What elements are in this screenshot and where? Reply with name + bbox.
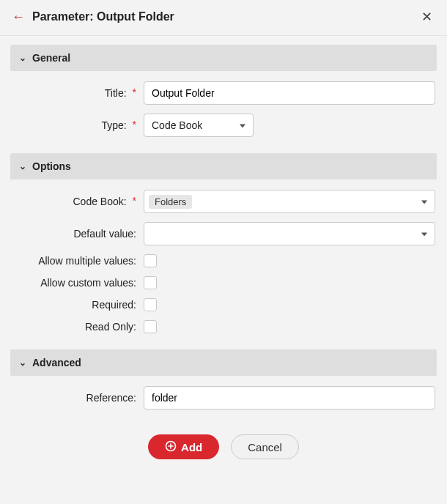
- plus-circle-icon: [165, 440, 177, 454]
- dialog: ← Parameter: Output Folder ✕ ⌄ General T…: [0, 0, 447, 474]
- required-asterisk-icon: *: [133, 86, 136, 98]
- footer: Add Cancel: [10, 426, 437, 459]
- type-value: Code Book: [152, 119, 202, 131]
- control-reference: [144, 386, 435, 410]
- section-title-options: Options: [32, 160, 71, 172]
- close-icon[interactable]: ✕: [418, 9, 435, 25]
- row-reference: Reference:: [12, 386, 435, 410]
- label-codebook-text: Code Book:: [73, 196, 126, 207]
- row-readonly: Read Only:: [12, 320, 435, 333]
- add-button[interactable]: Add: [148, 434, 219, 459]
- control-readonly: [144, 320, 435, 333]
- control-required: [144, 298, 435, 311]
- control-default: [144, 222, 435, 245]
- readonly-checkbox[interactable]: [144, 320, 157, 333]
- required-asterisk-icon: *: [133, 195, 136, 207]
- control-allow-multiple: [144, 254, 435, 267]
- row-default: Default value:: [12, 222, 435, 245]
- label-default: Default value:: [12, 228, 144, 240]
- titlebar: ← Parameter: Output Folder ✕: [0, 0, 447, 36]
- control-codebook: Folders: [144, 190, 435, 213]
- label-readonly: Read Only:: [12, 321, 144, 333]
- content: ⌄ General Title: * Type: *: [0, 36, 447, 474]
- required-asterisk-icon: *: [133, 119, 136, 130]
- default-value-select[interactable]: [144, 222, 435, 245]
- chevron-down-icon: ⌄: [19, 161, 26, 171]
- chevron-down-icon: ⌄: [19, 53, 26, 63]
- cancel-button-label: Cancel: [248, 441, 282, 453]
- chevron-down-icon: ⌄: [19, 357, 26, 368]
- label-reference: Reference:: [12, 392, 144, 404]
- dialog-title: Parameter: Output Folder: [32, 10, 418, 23]
- control-title: [144, 81, 435, 105]
- title-input[interactable]: [144, 81, 435, 105]
- label-codebook: Code Book: *: [12, 196, 144, 207]
- section-header-options[interactable]: ⌄ Options: [10, 153, 437, 179]
- label-title-text: Title:: [105, 87, 127, 99]
- row-required: Required:: [12, 298, 435, 311]
- label-required: Required:: [12, 299, 144, 311]
- section-advanced: Reference:: [10, 376, 437, 426]
- row-type: Type: * Code Book: [12, 114, 435, 137]
- section-header-general[interactable]: ⌄ General: [10, 45, 437, 71]
- type-select[interactable]: Code Book: [144, 114, 254, 137]
- cancel-button[interactable]: Cancel: [231, 434, 299, 459]
- row-allow-custom: Allow custom values:: [12, 276, 435, 289]
- add-button-label: Add: [181, 441, 202, 453]
- section-header-advanced[interactable]: ⌄ Advanced: [10, 349, 437, 376]
- row-title: Title: *: [12, 81, 435, 105]
- allow-multiple-checkbox[interactable]: [144, 254, 157, 267]
- section-title-advanced: Advanced: [32, 357, 81, 368]
- label-title: Title: *: [12, 87, 144, 99]
- row-allow-multiple: Allow multiple values:: [12, 254, 435, 267]
- back-arrow-icon[interactable]: ←: [12, 10, 25, 23]
- section-title-general: General: [32, 52, 70, 64]
- section-options: Code Book: * Folders Default value:: [10, 179, 437, 349]
- required-checkbox[interactable]: [144, 298, 157, 311]
- row-codebook: Code Book: * Folders: [12, 190, 435, 213]
- label-type: Type: *: [12, 119, 144, 131]
- codebook-chip: Folders: [149, 195, 192, 209]
- codebook-select[interactable]: Folders: [144, 190, 435, 213]
- allow-custom-checkbox[interactable]: [144, 276, 157, 289]
- control-type: Code Book: [144, 114, 435, 137]
- label-allow-multiple: Allow multiple values:: [12, 255, 144, 267]
- label-type-text: Type:: [101, 119, 126, 131]
- label-allow-custom: Allow custom values:: [12, 277, 144, 289]
- reference-input[interactable]: [144, 386, 435, 410]
- section-general: Title: * Type: * Code Book: [10, 71, 437, 153]
- control-allow-custom: [144, 276, 435, 289]
